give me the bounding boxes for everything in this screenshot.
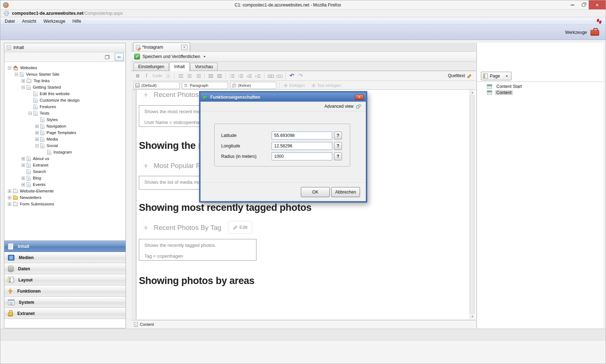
vertical-scrollbar[interactable]	[469, 90, 475, 319]
cancel-button[interactable]: Abbrechen	[331, 187, 360, 197]
tree-item-website-elemente[interactable]: +Website-Elemente	[4, 188, 126, 194]
tree-item-media[interactable]: +Media	[4, 136, 126, 142]
tree-item-page-templates[interactable]: +Page Templates	[4, 129, 126, 136]
tab-einstellungen[interactable]: Einstellungen	[133, 63, 169, 71]
collapse-toggle-icon[interactable]: −	[8, 66, 11, 70]
format-charstyle-button[interactable]: a	[164, 72, 172, 80]
edit-function-button[interactable]: Edit	[228, 221, 252, 234]
radius-in-meters-help-button[interactable]: ?	[334, 152, 342, 160]
close-button[interactable]	[589, 0, 606, 9]
longitude-help-button[interactable]: ?	[334, 142, 342, 150]
expand-toggle-icon[interactable]: +	[22, 183, 25, 186]
latitude-help-button[interactable]: ?	[334, 132, 342, 139]
expand-toggle-icon[interactable]: +	[35, 131, 39, 134]
tree-item-blog[interactable]: +Blog	[4, 175, 126, 181]
document-tab-instagram[interactable]: *Instagram	[133, 43, 190, 52]
scroll-up-icon[interactable]	[470, 90, 475, 95]
perspective-system[interactable]: System	[4, 297, 126, 308]
einf-gen-button[interactable]: Einfügen	[282, 83, 305, 88]
collapse-toggle-icon[interactable]: −	[22, 86, 25, 89]
format-indent-button[interactable]	[254, 72, 262, 80]
menu-hilfe[interactable]: Hilfe	[69, 18, 85, 25]
format-bullet-list-button[interactable]	[228, 72, 236, 80]
menu-ansicht[interactable]: Ansicht	[18, 18, 40, 25]
gears-icon[interactable]	[356, 104, 361, 109]
keine-dropdown[interactable]: (Keine)	[230, 82, 276, 89]
format-unlink-button[interactable]	[275, 72, 284, 80]
format-block-a-button[interactable]	[206, 72, 215, 80]
format-undo-button[interactable]	[287, 72, 296, 80]
tree-item-features[interactable]: Features	[4, 103, 126, 110]
perspective-funktionen[interactable]: Funktionen	[4, 285, 126, 297]
format-italic-button[interactable]: I	[142, 72, 151, 80]
tree-item-extranet[interactable]: +Extranet	[4, 162, 126, 168]
tree-item-customize-the-design[interactable]: Customize the design	[4, 97, 126, 103]
placeholder-content-start[interactable]: Content Start	[477, 83, 603, 89]
tree-item-edit-this-website[interactable]: Edit this website	[4, 90, 126, 97]
default-dropdown[interactable]: (Default)	[133, 82, 180, 89]
radius-in-meters-input[interactable]	[272, 152, 332, 160]
collapse-all-icon[interactable]	[105, 55, 110, 59]
perspective-extranet[interactable]: Extranet	[4, 308, 126, 319]
format-block-b-button[interactable]	[215, 72, 224, 80]
toolbox-icon[interactable]	[590, 30, 599, 36]
format-redo-button[interactable]	[296, 72, 305, 80]
tree-item-venus-starter-site[interactable]: −Venus Starter Site	[4, 71, 126, 77]
ok-button[interactable]: OK	[301, 187, 330, 197]
tree-item-social[interactable]: −Social	[4, 142, 126, 149]
expand-toggle-icon[interactable]: +	[8, 190, 11, 193]
scroll-down-icon[interactable]	[470, 314, 475, 319]
expand-toggle-icon[interactable]: +	[22, 79, 25, 83]
menu-datei[interactable]: Datei	[1, 18, 18, 25]
advanced-view-link[interactable]: Advanced view	[324, 104, 354, 109]
format-numbered-list-button[interactable]	[236, 72, 245, 80]
tab-close-icon[interactable]	[181, 45, 188, 50]
tree-item-tests[interactable]: −Tests	[4, 110, 126, 116]
dialog-titlebar[interactable]: Funktionseigenschaften	[201, 93, 366, 102]
minimize-button[interactable]	[567, 0, 578, 9]
tab-inhalt[interactable]: Inhalt	[170, 62, 189, 71]
tree-item-top-links[interactable]: +Top links	[4, 77, 126, 84]
expand-toggle-icon[interactable]: +	[22, 177, 25, 180]
tree-item-getting-started[interactable]: −Getting Started	[4, 84, 126, 90]
format-align-right-button[interactable]	[194, 72, 202, 80]
collapse-toggle-icon[interactable]: −	[28, 112, 32, 115]
text-einf-gen-button[interactable]: Text einfügen	[310, 83, 341, 88]
perspective-inhalt[interactable]: Inhalt	[4, 241, 126, 252]
chevron-down-icon[interactable]	[203, 55, 206, 58]
longitude-input[interactable]	[272, 142, 332, 150]
expand-toggle-icon[interactable]: +	[22, 164, 25, 167]
tree-item-form-submissions[interactable]: +Form Submissions	[4, 201, 126, 207]
scrollbar-thumb[interactable]	[470, 96, 475, 314]
format-code-button[interactable]: Code	[151, 72, 164, 80]
tree-item-navigation[interactable]: +Navigation	[4, 123, 126, 129]
expand-toggle-icon[interactable]: +	[35, 125, 39, 128]
maximize-button[interactable]	[578, 0, 589, 9]
collapse-toggle-icon[interactable]: −	[35, 144, 39, 147]
tree-item-newsletters[interactable]: +Newsletters	[4, 194, 126, 201]
perspective-daten[interactable]: Daten	[4, 263, 126, 274]
format-link-button[interactable]	[266, 72, 275, 80]
expand-toggle-icon[interactable]: +	[22, 157, 25, 160]
menu-werkzeuge[interactable]: Werkzeuge	[40, 18, 69, 25]
expand-toggle-icon[interactable]: +	[8, 196, 11, 199]
locate-in-tree-button[interactable]	[115, 53, 124, 61]
page-dropdown-button[interactable]: Page	[481, 72, 511, 80]
tree-item-search[interactable]: Search	[4, 168, 126, 175]
tree-item-styles[interactable]: Styles	[4, 116, 126, 123]
dialog-close-button[interactable]	[355, 94, 364, 100]
latitude-input[interactable]	[272, 132, 332, 139]
tab-vorschau[interactable]: Vorschau	[190, 63, 218, 71]
save-publish-button[interactable]: Speichern und Veröffentlichen	[142, 54, 200, 59]
source-button[interactable]: Quelltext	[448, 73, 471, 78]
tree-item-websites[interactable]: −Websites	[4, 65, 126, 71]
tree-item-instagram[interactable]: Instagram	[4, 149, 126, 155]
format-align-left-button[interactable]	[176, 72, 185, 80]
expand-toggle-icon[interactable]: +	[8, 203, 11, 206]
perspective-layout[interactable]: Layout	[4, 274, 126, 285]
format-outdent-button[interactable]	[245, 72, 254, 80]
address-bar[interactable]: compositec1-de.azurewebsites.net/Composi…	[0, 9, 606, 17]
perspective-medien[interactable]: Medien	[4, 252, 126, 263]
format-bold-button[interactable]: B	[133, 72, 142, 80]
tree-item-events[interactable]: +Events	[4, 181, 126, 188]
